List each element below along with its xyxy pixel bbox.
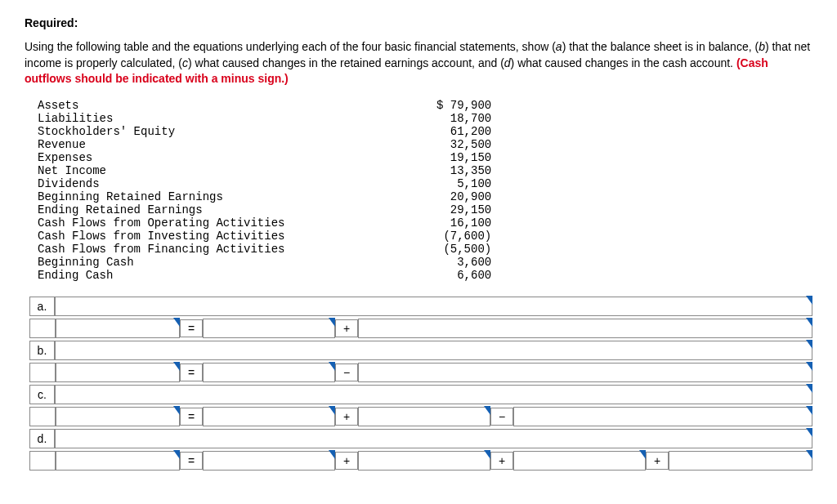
- drop-d-rhs4[interactable]: [669, 451, 812, 471]
- op-plus: +: [335, 408, 358, 426]
- blank-cell: [29, 407, 56, 426]
- drop-d-rhs1[interactable]: [203, 451, 335, 471]
- drop-d-result[interactable]: [55, 429, 812, 448]
- instr-a: a: [556, 40, 562, 53]
- data-label: Dividends: [34, 177, 433, 190]
- instr-p4: ) what caused changes in the retained ea…: [188, 56, 504, 69]
- data-value: 16,100: [433, 216, 495, 230]
- drop-a-rhs2[interactable]: [358, 319, 812, 338]
- data-value: $ 79,900: [433, 99, 495, 112]
- label-c: c.: [29, 385, 55, 404]
- instr-p1: Using the following table and the equati…: [25, 40, 556, 53]
- drop-d-lhs[interactable]: [56, 451, 180, 471]
- drop-c-rhs3[interactable]: [513, 407, 812, 426]
- data-label: Expenses: [34, 151, 433, 164]
- instr-p2: ) that the balance sheet is in balance, …: [562, 40, 759, 53]
- op-plus: +: [335, 319, 358, 337]
- data-value: 32,500: [433, 138, 495, 151]
- data-value: 19,150: [433, 151, 495, 164]
- instr-d: d: [504, 56, 511, 69]
- data-label: Beginning Retained Earnings: [34, 190, 433, 203]
- op-plus: +: [490, 452, 513, 470]
- op-plus: +: [335, 452, 358, 470]
- data-value: 6,600: [433, 269, 495, 282]
- drop-b-result[interactable]: [55, 341, 812, 360]
- data-value: 13,350: [433, 164, 495, 177]
- label-a: a.: [29, 297, 55, 316]
- instructions-text: Using the following table and the equati…: [25, 39, 812, 87]
- drop-c-rhs2[interactable]: [358, 407, 490, 426]
- data-label: Beginning Cash: [34, 256, 433, 269]
- data-value: 3,600: [433, 256, 495, 269]
- op-minus: −: [335, 364, 358, 381]
- equation-section: a. = + b. = − c. = + − d.: [29, 297, 812, 471]
- label-b: b.: [29, 341, 55, 360]
- op-eq: =: [180, 364, 203, 381]
- drop-a-result[interactable]: [55, 297, 812, 316]
- required-heading: Required:: [25, 16, 812, 29]
- data-value: 61,200: [433, 125, 495, 138]
- instr-b: b: [759, 40, 765, 53]
- data-label: Cash Flows from Investing Activities: [34, 230, 433, 243]
- data-value: 29,150: [433, 203, 495, 216]
- data-label: Ending Cash: [34, 269, 433, 282]
- drop-b-rhs1[interactable]: [203, 363, 335, 382]
- op-eq: =: [180, 452, 203, 470]
- drop-b-lhs[interactable]: [56, 363, 180, 382]
- data-value: 5,100: [433, 177, 495, 190]
- data-label: Liabilities: [34, 112, 433, 125]
- data-value: (7,600): [433, 230, 495, 243]
- op-plus: +: [646, 452, 669, 470]
- blank-cell: [29, 451, 56, 471]
- blank-cell: [29, 319, 56, 338]
- data-label: Cash Flows from Financing Activities: [34, 243, 433, 256]
- drop-b-rhs2[interactable]: [358, 363, 812, 382]
- drop-c-lhs[interactable]: [56, 407, 180, 426]
- instr-p5: ) what caused changes in the cash accoun…: [511, 56, 736, 69]
- data-table: Assets$ 79,900Liabilities18,700Stockhold…: [34, 99, 495, 282]
- data-label: Stockholders' Equity: [34, 125, 433, 138]
- data-label: Revenue: [34, 138, 433, 151]
- drop-d-rhs2[interactable]: [358, 451, 490, 471]
- label-d: d.: [29, 429, 55, 448]
- data-label: Net Income: [34, 164, 433, 177]
- drop-c-result[interactable]: [55, 385, 812, 404]
- drop-a-rhs1[interactable]: [203, 319, 335, 338]
- data-value: 20,900: [433, 190, 495, 203]
- op-eq: =: [180, 319, 203, 337]
- instr-c: c: [182, 56, 188, 69]
- blank-cell: [29, 363, 56, 382]
- drop-c-rhs1[interactable]: [203, 407, 335, 426]
- drop-d-rhs3[interactable]: [513, 451, 646, 471]
- data-label: Cash Flows from Operating Activities: [34, 216, 433, 230]
- data-value: (5,500): [433, 243, 495, 256]
- drop-a-lhs[interactable]: [56, 319, 180, 338]
- data-label: Assets: [34, 99, 433, 112]
- data-label: Ending Retained Earnings: [34, 203, 433, 216]
- data-value: 18,700: [433, 112, 495, 125]
- op-minus: −: [490, 408, 513, 426]
- op-eq: =: [180, 408, 203, 426]
